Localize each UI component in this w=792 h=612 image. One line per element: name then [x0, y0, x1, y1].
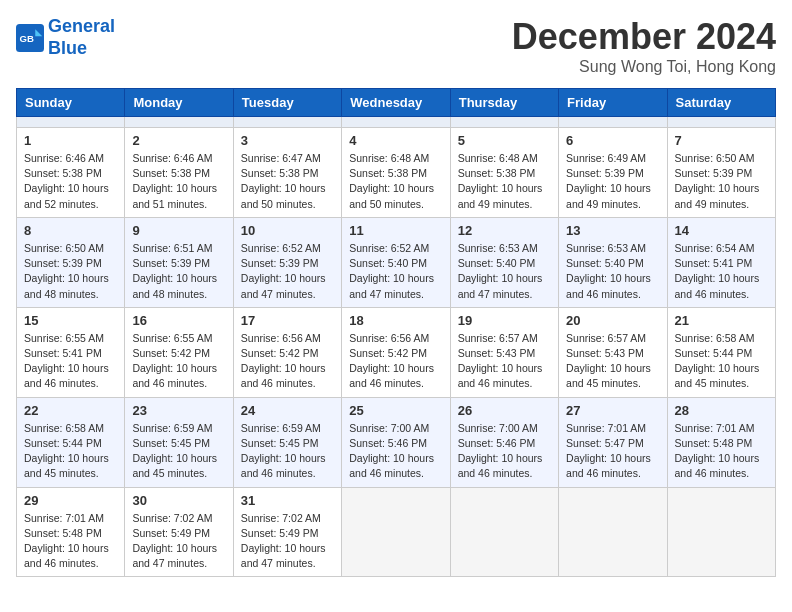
day-info: Sunrise: 6:53 AMSunset: 5:40 PMDaylight:… [566, 241, 659, 302]
calendar-cell: 16Sunrise: 6:55 AMSunset: 5:42 PMDayligh… [125, 307, 233, 397]
day-number: 3 [241, 133, 334, 148]
calendar-week-row: 29Sunrise: 7:01 AMSunset: 5:48 PMDayligh… [17, 487, 776, 577]
location: Sung Wong Toi, Hong Kong [512, 58, 776, 76]
day-info: Sunrise: 6:47 AMSunset: 5:38 PMDaylight:… [241, 151, 334, 212]
day-number: 29 [24, 493, 117, 508]
svg-text:GB: GB [20, 32, 34, 43]
calendar-cell: 3Sunrise: 6:47 AMSunset: 5:38 PMDaylight… [233, 128, 341, 218]
day-info: Sunrise: 6:59 AMSunset: 5:45 PMDaylight:… [132, 421, 225, 482]
day-number: 19 [458, 313, 551, 328]
calendar-cell: 29Sunrise: 7:01 AMSunset: 5:48 PMDayligh… [17, 487, 125, 577]
page-header: GB General Blue December 2024 Sung Wong … [16, 16, 776, 76]
col-header-saturday: Saturday [667, 89, 775, 117]
calendar-week-row: 1Sunrise: 6:46 AMSunset: 5:38 PMDaylight… [17, 128, 776, 218]
calendar-cell: 22Sunrise: 6:58 AMSunset: 5:44 PMDayligh… [17, 397, 125, 487]
day-number: 28 [675, 403, 768, 418]
calendar-cell: 31Sunrise: 7:02 AMSunset: 5:49 PMDayligh… [233, 487, 341, 577]
day-number: 11 [349, 223, 442, 238]
day-info: Sunrise: 7:00 AMSunset: 5:46 PMDaylight:… [349, 421, 442, 482]
day-info: Sunrise: 6:50 AMSunset: 5:39 PMDaylight:… [675, 151, 768, 212]
day-number: 14 [675, 223, 768, 238]
calendar-cell: 23Sunrise: 6:59 AMSunset: 5:45 PMDayligh… [125, 397, 233, 487]
col-header-friday: Friday [559, 89, 667, 117]
day-info: Sunrise: 6:49 AMSunset: 5:39 PMDaylight:… [566, 151, 659, 212]
day-info: Sunrise: 7:01 AMSunset: 5:48 PMDaylight:… [675, 421, 768, 482]
logo-line2: Blue [48, 38, 87, 58]
col-header-tuesday: Tuesday [233, 89, 341, 117]
calendar-cell: 6Sunrise: 6:49 AMSunset: 5:39 PMDaylight… [559, 128, 667, 218]
day-number: 2 [132, 133, 225, 148]
day-number: 16 [132, 313, 225, 328]
calendar-cell: 28Sunrise: 7:01 AMSunset: 5:48 PMDayligh… [667, 397, 775, 487]
calendar-cell: 30Sunrise: 7:02 AMSunset: 5:49 PMDayligh… [125, 487, 233, 577]
day-number: 9 [132, 223, 225, 238]
calendar-cell [17, 117, 125, 128]
day-info: Sunrise: 7:01 AMSunset: 5:48 PMDaylight:… [24, 511, 117, 572]
calendar-cell: 18Sunrise: 6:56 AMSunset: 5:42 PMDayligh… [342, 307, 450, 397]
calendar-cell [125, 117, 233, 128]
day-info: Sunrise: 7:00 AMSunset: 5:46 PMDaylight:… [458, 421, 551, 482]
calendar-cell: 11Sunrise: 6:52 AMSunset: 5:40 PMDayligh… [342, 217, 450, 307]
day-info: Sunrise: 6:48 AMSunset: 5:38 PMDaylight:… [349, 151, 442, 212]
day-info: Sunrise: 6:54 AMSunset: 5:41 PMDaylight:… [675, 241, 768, 302]
calendar-cell: 12Sunrise: 6:53 AMSunset: 5:40 PMDayligh… [450, 217, 558, 307]
day-number: 7 [675, 133, 768, 148]
col-header-thursday: Thursday [450, 89, 558, 117]
calendar-cell: 17Sunrise: 6:56 AMSunset: 5:42 PMDayligh… [233, 307, 341, 397]
calendar-cell [667, 487, 775, 577]
day-number: 4 [349, 133, 442, 148]
calendar-cell: 21Sunrise: 6:58 AMSunset: 5:44 PMDayligh… [667, 307, 775, 397]
calendar-week-row [17, 117, 776, 128]
calendar-cell: 20Sunrise: 6:57 AMSunset: 5:43 PMDayligh… [559, 307, 667, 397]
day-info: Sunrise: 6:56 AMSunset: 5:42 PMDaylight:… [241, 331, 334, 392]
day-info: Sunrise: 6:59 AMSunset: 5:45 PMDaylight:… [241, 421, 334, 482]
day-info: Sunrise: 6:52 AMSunset: 5:39 PMDaylight:… [241, 241, 334, 302]
calendar-cell: 27Sunrise: 7:01 AMSunset: 5:47 PMDayligh… [559, 397, 667, 487]
day-number: 8 [24, 223, 117, 238]
calendar-cell: 24Sunrise: 6:59 AMSunset: 5:45 PMDayligh… [233, 397, 341, 487]
day-number: 13 [566, 223, 659, 238]
calendar-week-row: 22Sunrise: 6:58 AMSunset: 5:44 PMDayligh… [17, 397, 776, 487]
day-info: Sunrise: 6:58 AMSunset: 5:44 PMDaylight:… [675, 331, 768, 392]
calendar-cell: 1Sunrise: 6:46 AMSunset: 5:38 PMDaylight… [17, 128, 125, 218]
day-info: Sunrise: 6:58 AMSunset: 5:44 PMDaylight:… [24, 421, 117, 482]
day-number: 27 [566, 403, 659, 418]
col-header-wednesday: Wednesday [342, 89, 450, 117]
logo-line1: General [48, 16, 115, 36]
day-number: 22 [24, 403, 117, 418]
logo: GB General Blue [16, 16, 115, 59]
day-number: 25 [349, 403, 442, 418]
day-info: Sunrise: 6:46 AMSunset: 5:38 PMDaylight:… [24, 151, 117, 212]
day-number: 5 [458, 133, 551, 148]
calendar-cell: 2Sunrise: 6:46 AMSunset: 5:38 PMDaylight… [125, 128, 233, 218]
day-info: Sunrise: 6:57 AMSunset: 5:43 PMDaylight:… [566, 331, 659, 392]
calendar-cell [667, 117, 775, 128]
calendar-cell: 8Sunrise: 6:50 AMSunset: 5:39 PMDaylight… [17, 217, 125, 307]
calendar-table: SundayMondayTuesdayWednesdayThursdayFrid… [16, 88, 776, 577]
day-number: 20 [566, 313, 659, 328]
calendar-cell: 10Sunrise: 6:52 AMSunset: 5:39 PMDayligh… [233, 217, 341, 307]
day-number: 17 [241, 313, 334, 328]
calendar-week-row: 8Sunrise: 6:50 AMSunset: 5:39 PMDaylight… [17, 217, 776, 307]
logo-icon: GB [16, 24, 44, 52]
calendar-cell: 13Sunrise: 6:53 AMSunset: 5:40 PMDayligh… [559, 217, 667, 307]
day-info: Sunrise: 7:02 AMSunset: 5:49 PMDaylight:… [132, 511, 225, 572]
day-info: Sunrise: 6:52 AMSunset: 5:40 PMDaylight:… [349, 241, 442, 302]
title-block: December 2024 Sung Wong Toi, Hong Kong [512, 16, 776, 76]
day-info: Sunrise: 6:57 AMSunset: 5:43 PMDaylight:… [458, 331, 551, 392]
day-info: Sunrise: 6:51 AMSunset: 5:39 PMDaylight:… [132, 241, 225, 302]
calendar-cell: 7Sunrise: 6:50 AMSunset: 5:39 PMDaylight… [667, 128, 775, 218]
day-number: 30 [132, 493, 225, 508]
day-number: 21 [675, 313, 768, 328]
day-number: 1 [24, 133, 117, 148]
day-number: 15 [24, 313, 117, 328]
day-info: Sunrise: 7:02 AMSunset: 5:49 PMDaylight:… [241, 511, 334, 572]
day-number: 12 [458, 223, 551, 238]
day-info: Sunrise: 6:50 AMSunset: 5:39 PMDaylight:… [24, 241, 117, 302]
calendar-cell [559, 117, 667, 128]
calendar-cell [450, 117, 558, 128]
calendar-header-row: SundayMondayTuesdayWednesdayThursdayFrid… [17, 89, 776, 117]
logo-text: General Blue [48, 16, 115, 59]
day-info: Sunrise: 6:46 AMSunset: 5:38 PMDaylight:… [132, 151, 225, 212]
calendar-cell [450, 487, 558, 577]
